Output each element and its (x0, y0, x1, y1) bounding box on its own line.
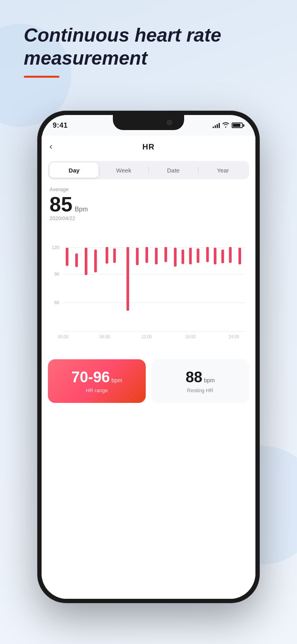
svg-rect-21 (197, 248, 200, 263)
stats-section: Average 85 Bpm 2020/04/22 (42, 179, 255, 221)
stats-unit: Bpm (75, 206, 88, 213)
svg-text:120: 120 (52, 245, 59, 250)
svg-text:24:00: 24:00 (228, 334, 239, 339)
svg-rect-15 (145, 247, 148, 263)
svg-rect-8 (75, 253, 78, 267)
svg-rect-19 (181, 249, 184, 264)
svg-text:90: 90 (54, 272, 59, 276)
svg-rect-16 (155, 248, 158, 264)
phone-screen: 9:41 (42, 115, 255, 599)
resting-hr-label: Resting HR (187, 387, 213, 393)
tab-year[interactable]: Year (198, 163, 248, 178)
card-hr-range: 70-96 bpm HR range (48, 359, 146, 403)
svg-text:00:00: 00:00 (58, 334, 68, 339)
card-resting-hr: 88 bpm Resting HR (151, 359, 249, 403)
tab-date[interactable]: Date (149, 163, 198, 178)
chart-container: 120 90 60 (48, 226, 249, 353)
svg-rect-14 (136, 248, 139, 265)
back-button[interactable]: ‹ (50, 142, 52, 152)
bottom-cards: 70-96 bpm HR range 88 bpm Resting HR (48, 359, 249, 403)
svg-rect-20 (189, 248, 192, 264)
svg-rect-22 (206, 247, 209, 262)
header-underline (24, 76, 59, 78)
svg-rect-26 (238, 248, 241, 264)
svg-rect-7 (66, 248, 69, 266)
svg-rect-10 (94, 249, 97, 272)
nav-title: HR (143, 142, 155, 151)
app-content: ‹ HR Day Week Date Year Average 85 Bpm (42, 136, 255, 599)
stats-label: Average (50, 186, 248, 192)
hr-range-value: 70-96 (71, 369, 110, 386)
svg-rect-17 (164, 247, 167, 262)
svg-rect-23 (214, 248, 217, 264)
phone-notch (113, 115, 184, 130)
tab-bar: Day Week Date Year (48, 161, 249, 179)
heart-rate-chart: 120 90 60 (48, 226, 249, 353)
svg-rect-24 (221, 249, 224, 263)
notch-camera (167, 120, 172, 125)
status-time: 9:41 (53, 121, 68, 130)
hr-range-unit: bpm (111, 377, 122, 383)
svg-rect-18 (174, 248, 177, 267)
svg-rect-9 (85, 248, 88, 275)
resting-hr-unit: bpm (204, 377, 215, 383)
hr-range-label: HR range (86, 387, 108, 393)
stats-date: 2020/04/22 (50, 215, 248, 221)
header-section: Continuous heart rate measurement (24, 24, 221, 78)
status-icons (213, 122, 244, 129)
battery-icon (232, 123, 244, 128)
svg-rect-13 (126, 247, 129, 311)
tab-day[interactable]: Day (50, 163, 99, 178)
svg-text:12:00: 12:00 (141, 334, 152, 339)
svg-text:06:00: 06:00 (100, 334, 110, 339)
svg-rect-25 (229, 247, 232, 263)
page-headline: Continuous heart rate measurement (24, 24, 221, 69)
app-nav: ‹ HR (42, 136, 255, 158)
svg-text:60: 60 (54, 300, 59, 305)
wifi-icon (222, 122, 229, 129)
tab-week[interactable]: Week (99, 163, 148, 178)
phone-frame: 9:41 (38, 111, 259, 603)
stats-value-row: 85 Bpm (50, 194, 248, 215)
resting-hr-value: 88 (186, 369, 202, 386)
svg-text:18:00: 18:00 (185, 334, 195, 339)
stats-value: 85 (50, 194, 72, 215)
svg-rect-12 (113, 248, 116, 263)
signal-icon (213, 123, 220, 128)
svg-rect-11 (106, 247, 109, 264)
